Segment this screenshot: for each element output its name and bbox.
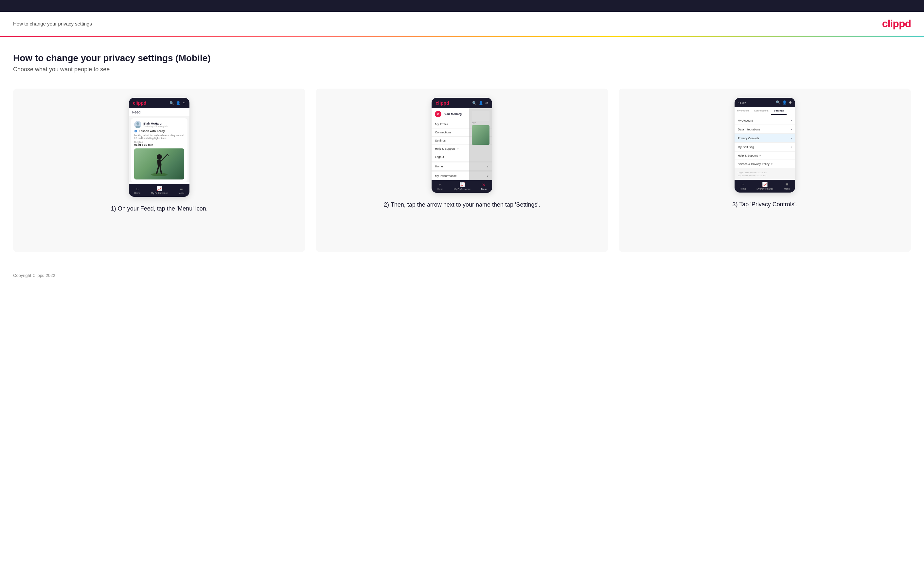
tab-menu-close: ✕ Menu: [481, 182, 487, 190]
menu-avatar: B: [435, 111, 441, 118]
my-account-chevron: ›: [790, 119, 792, 122]
version-client: Clippd Client Version: 2022.8.3-3: [738, 171, 792, 174]
tab-performance-2: 📈 My Performance: [454, 182, 470, 190]
tab-menu-label-2: Menu: [481, 188, 487, 190]
svg-point-6: [157, 154, 162, 160]
settings-item-privacy-controls: Privacy Controls ›: [735, 134, 795, 143]
svg-line-9: [160, 166, 161, 173]
settings-item-help: Help & Support ↗: [735, 152, 795, 160]
feed-post: Blair McHarg Yesterday · Sunningdale i L…: [131, 118, 187, 182]
menu-icon-3: ≡: [786, 182, 788, 187]
phone-header-icons-1: 🔍 👤 ⊕: [170, 101, 186, 105]
menu-item-settings: Settings: [431, 137, 492, 145]
tab-home: ⌂ Home: [134, 186, 141, 194]
step-1-card: clippd 🔍 👤 ⊕ Feed: [13, 89, 305, 252]
tab-performance-label-3: My Performance: [756, 188, 773, 190]
logo: clippd: [882, 18, 911, 30]
tab-performance-label: My Performance: [151, 192, 168, 194]
settings-screen: My Account › Data Integrations › Privacy…: [735, 116, 795, 180]
post-username: Blair McHarg: [143, 122, 168, 125]
page-title: How to change your privacy settings (Mob…: [13, 53, 911, 63]
step-1-caption: 1) On your Feed, tap the 'Menu' icon.: [111, 205, 208, 213]
post-title: i Lesson with Fordy: [134, 129, 184, 133]
search-icon: 🔍: [170, 101, 174, 105]
tab-my-profile[interactable]: My Profile: [735, 107, 751, 115]
my-account-label: My Account: [738, 119, 753, 122]
settings-tabs: My Profile Connections Settings: [735, 107, 795, 115]
phone-tab-bar-2: ⌂ Home 📈 My Performance ✕ Menu: [431, 180, 492, 193]
version-sql: SQL Server Version: 2022.7.30-1: [738, 174, 792, 177]
data-integrations-label: Data Integrations: [738, 128, 761, 131]
settings-list: My Account › Data Integrations › Privacy…: [735, 116, 795, 168]
menu-icon: ≡: [180, 186, 183, 191]
phone-mockup-2: clippd 🔍 👤 ⊕ B Blair McHarg: [431, 98, 492, 193]
feed-screen: Feed Blair McHarg: [129, 108, 189, 182]
settings-back-bar: ‹ Back 🔍 👤 ⊕: [735, 98, 795, 107]
post-image: [134, 148, 184, 179]
person-icon-3: 👤: [782, 100, 787, 105]
chart-icon: 📈: [157, 186, 162, 191]
top-bar: [0, 0, 924, 12]
step-2-card: clippd 🔍 👤 ⊕ B Blair McHarg: [316, 89, 608, 252]
menu-nav-home: Home ∨: [431, 163, 492, 171]
home-icon-2: ⌂: [439, 182, 441, 187]
phone-tab-bar-1: ⌂ Home 📈 My Performance ≡ Menu: [129, 184, 189, 197]
settings-item-data-integrations: Data Integrations ›: [735, 125, 795, 134]
chart-icon-3: 📈: [762, 182, 767, 187]
menu-screen: B Blair McHarg ∧ My Profile Connections …: [431, 108, 492, 180]
steps-container: clippd 🔍 👤 ⊕ Feed: [13, 89, 911, 252]
tab-home-label-2: Home: [437, 188, 443, 190]
privacy-controls-chevron: ›: [790, 136, 792, 140]
step-3-caption: 3) Tap 'Privacy Controls'.: [733, 200, 797, 209]
tab-menu-label-3: Menu: [784, 188, 790, 190]
settings-item-my-golf-bag: My Golf Bag ›: [735, 143, 795, 152]
tab-menu-3: ≡ Menu: [784, 182, 790, 190]
footer: Copyright Clippd 2022: [0, 265, 924, 286]
search-icon-2: 🔍: [472, 101, 477, 105]
menu-nav-performance-label: My Performance: [435, 174, 456, 177]
person-icon-2: 👤: [479, 101, 483, 105]
tab-performance: 📈 My Performance: [151, 186, 168, 194]
service-privacy-label: Service & Privacy Policy ↗: [738, 163, 773, 166]
menu-item-help: Help & Support ↗: [431, 145, 492, 153]
svg-point-1: [136, 122, 139, 125]
phone-header-icons-2: 🔍 👤 ⊕: [472, 101, 488, 105]
post-user-sub: Yesterday · Sunningdale: [143, 125, 168, 127]
tab-menu-label: Menu: [178, 192, 184, 194]
main-content: How to change your privacy settings (Mob…: [0, 37, 924, 265]
copyright-text: Copyright Clippd 2022: [13, 273, 55, 278]
tab-home-label-3: Home: [740, 188, 746, 190]
close-icon: ✕: [482, 182, 486, 187]
tab-settings[interactable]: Settings: [771, 107, 787, 115]
settings-icon-3: ⊕: [789, 100, 792, 105]
search-icon-3: 🔍: [776, 100, 780, 105]
svg-point-2: [136, 126, 140, 128]
phone-mockup-3: ‹ Back 🔍 👤 ⊕ My Profile Connections Sett…: [735, 98, 795, 193]
svg-line-8: [157, 166, 159, 173]
menu-item-logout: Logout: [431, 153, 492, 161]
phone-logo-2: clippd: [436, 100, 449, 106]
post-body: Looking to feel like my hands are exitin…: [134, 134, 184, 140]
chart-icon-2: 📈: [459, 182, 465, 187]
svg-rect-7: [157, 159, 162, 166]
menu-nav-performance: My Performance ∨: [431, 172, 492, 180]
phone-header-2: clippd 🔍 👤 ⊕: [431, 98, 492, 108]
post-avatar: [134, 121, 141, 128]
settings-icon: ⊕: [183, 101, 186, 105]
phone-header-icons-3: 🔍 👤 ⊕: [776, 100, 792, 105]
settings-footer: Clippd Client Version: 2022.8.3-3 SQL Se…: [735, 169, 795, 180]
menu-user-row: B Blair McHarg ∧: [431, 108, 492, 120]
menu-nav-home-label: Home: [435, 165, 443, 168]
tab-connections[interactable]: Connections: [751, 107, 771, 115]
menu-username: Blair McHarg: [443, 113, 462, 116]
breadcrumb: How to change your privacy settings: [13, 21, 92, 26]
home-icon-3: ⌂: [741, 182, 744, 187]
help-support-label: Help & Support ↗: [738, 154, 761, 157]
data-integrations-chevron: ›: [790, 127, 792, 131]
menu-item-connections: Connections: [431, 129, 492, 137]
settings-item-my-account: My Account ›: [735, 116, 795, 125]
menu-nav-performance-chevron: ∨: [486, 174, 489, 177]
phone-header-1: clippd 🔍 👤 ⊕: [129, 98, 189, 108]
menu-nav-home-chevron: ∨: [486, 165, 489, 168]
tab-performance-3: 📈 My Performance: [756, 182, 773, 190]
